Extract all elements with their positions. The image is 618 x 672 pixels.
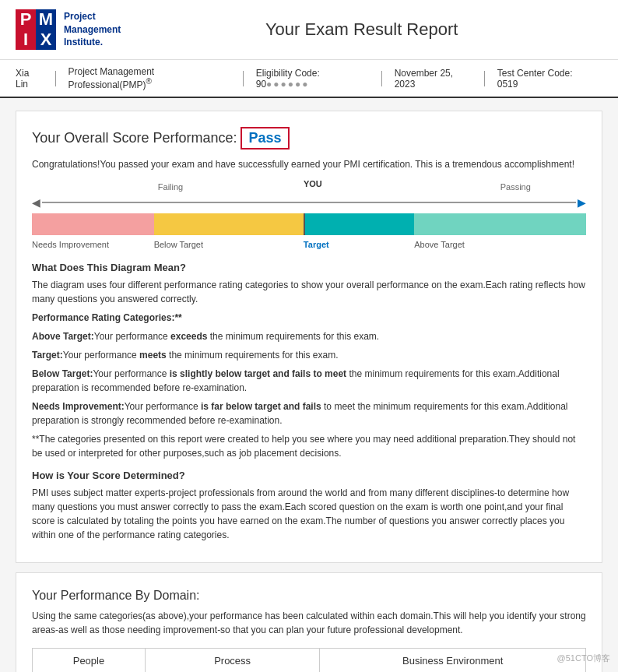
cat-above-target: Above Target: [414, 240, 586, 249]
score-marker: [304, 213, 305, 235]
you-label: YOU: [304, 179, 322, 188]
score-determined-desc: PMI uses subject matter experts-project …: [32, 486, 586, 542]
score-bar-wrapper: Failing Passing YOU ◀ ▶: [32, 182, 586, 249]
bar-needs-improvement: [32, 213, 154, 235]
needs-improvement-desc: Needs Improvement:Your performance is fa…: [32, 399, 586, 427]
diagram-title: What Does This Diagram Mean?: [32, 262, 586, 273]
logo-area: P M I X Project Management Institute.: [16, 9, 121, 50]
cat-below-target: Below Target: [154, 240, 304, 249]
test-center: Test Center Code: 0519: [485, 68, 602, 90]
diagram-explanation: What Does This Diagram Mean? The diagram…: [32, 262, 586, 542]
col-process: Process: [145, 649, 319, 673]
logo-x-letter: X: [36, 30, 56, 50]
watermark: @51CTO博客: [557, 653, 610, 664]
eligibility-code: Eligibility Code: 90●●●●●●: [244, 68, 381, 90]
failing-label: Failing: [158, 182, 183, 192]
candidate-name: Xia Lin: [16, 68, 55, 90]
target-desc: Target:Your performance meets the minimu…: [32, 348, 586, 362]
score-determined-title: How is Your Score Determined?: [32, 470, 586, 481]
above-target-desc: Above Target:Your performance exceeds th…: [32, 329, 586, 343]
arrow-line: [42, 202, 576, 203]
info-bar: Xia Lin Project Management Professional(…: [0, 60, 618, 98]
arrow-left-icon: ◀: [32, 196, 40, 209]
diagram-desc: The diagram uses four different performa…: [32, 278, 586, 306]
main-content: Your Overall Score Performance: Pass Con…: [0, 98, 618, 672]
footnote: **The categories presented on this repor…: [32, 432, 586, 460]
score-title-line: Your Overall Score Performance: Pass: [32, 127, 586, 150]
domain-section: Your Performance By Domain: Using the sa…: [16, 572, 602, 672]
logo-p-letter: P: [16, 9, 36, 30]
col-business: Business Environment: [320, 649, 586, 673]
bar-above-target: [414, 213, 586, 235]
passing-label: Passing: [500, 182, 531, 192]
cat-needs-improvement: Needs Improvement: [32, 240, 154, 249]
rating-title: Performance Rating Categories:**: [32, 311, 586, 325]
arrow-right-icon: ▶: [578, 196, 586, 209]
logo-i-letter: I: [16, 30, 36, 50]
bar-below-target: [154, 213, 304, 235]
pmi-logo: P M I X: [16, 9, 56, 50]
domain-title: Your Performance By Domain:: [32, 589, 586, 603]
below-target-desc: Below Target:Your performance is slightl…: [32, 367, 586, 395]
page-wrapper: P M I X Project Management Institute. Yo…: [0, 0, 618, 672]
header: P M I X Project Management Institute. Yo…: [0, 0, 618, 60]
col-people: People: [33, 649, 146, 673]
pass-badge: Pass: [241, 127, 289, 150]
cat-target: Target: [304, 240, 414, 249]
logo-m-letter: M: [36, 9, 56, 30]
score-bar: [32, 213, 586, 235]
logo-text: Project Management Institute.: [64, 10, 121, 49]
domain-table: People Process Business Environment Targ…: [32, 648, 586, 672]
exam-date: November 25, 2023: [382, 68, 484, 90]
score-section: Your Overall Score Performance: Pass Con…: [16, 111, 602, 563]
report-title: Your Exam Result Report: [121, 19, 602, 40]
score-categories: Needs Improvement Below Target Target Ab…: [32, 240, 586, 249]
domain-desc: Using the same categories(as above),your…: [32, 609, 586, 637]
congrats-text: Congratulations!You passed your exam and…: [32, 159, 586, 170]
arrow-bar: ◀ ▶: [32, 196, 586, 209]
bar-target: [304, 213, 414, 235]
certification-name: Project Management Professional(PMP)®: [55, 66, 242, 90]
